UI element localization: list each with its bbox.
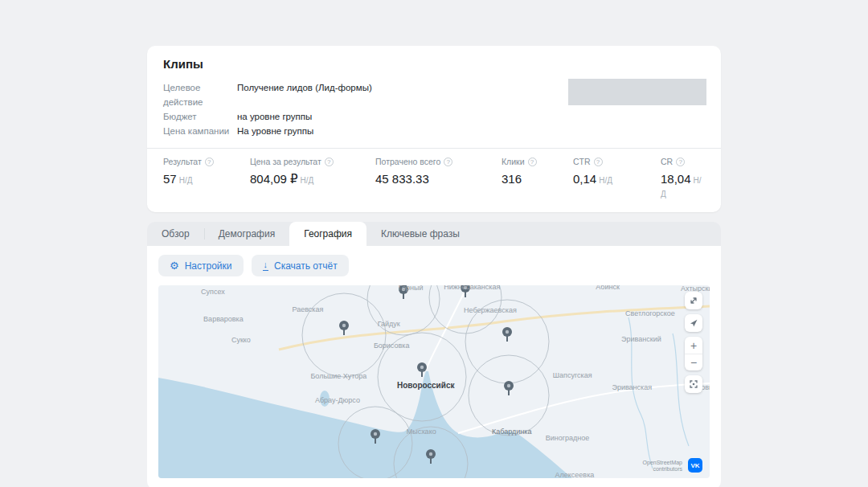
stat-label-text: CR [661,157,673,166]
map-pin[interactable] [502,327,512,342]
fullscreen-button[interactable] [685,292,702,309]
stat-value-text: 18,04 [661,172,691,186]
detail-label: Бюджет [163,109,237,124]
tab-geography[interactable]: География [289,222,366,246]
detail-row-campaign-price: Цена кампании На уровне группы [163,124,705,138]
stat-value-text: 316 [502,172,522,186]
map-pin[interactable] [417,362,427,377]
center-map-button[interactable] [685,375,702,393]
settings-button-label: Настройки [185,260,232,272]
info-icon[interactable]: ? [594,158,603,166]
campaign-summary-card: Клипы Целевое действие Получение лидов (… [147,46,721,212]
locate-button[interactable] [685,314,702,332]
stat-label-text: Результат [163,157,202,166]
info-icon[interactable]: ? [325,158,334,166]
info-icon[interactable]: ? [444,158,452,166]
map-pin[interactable] [339,321,349,335]
map-pin[interactable] [461,285,470,297]
map-attribution[interactable]: OpenStreetMap contributors [643,460,682,473]
stats-divider [147,148,721,149]
crosshair-icon [689,379,698,389]
detail-value: Получение лидов (Лид-формы) [237,80,372,109]
stat-label-text: Клики [502,157,525,166]
stat-result: Результат? 57Н/Д [163,157,250,199]
stat-value-text: 57 [163,172,177,186]
content-column: Клипы Целевое действие Получение лидов (… [147,46,721,487]
toolbar: ⚙ Настройки ↓ Скачать отчёт [158,255,710,276]
stat-suffix: Н/Д [599,176,612,185]
stat-label-text: Потрачено всего [375,157,440,166]
zoom-in-button[interactable]: + [685,337,702,354]
zoom-controls: + − [685,337,702,370]
vk-logo[interactable]: VK [688,458,702,473]
stats-row: Результат? 57Н/Д Цена за результат? 804,… [163,157,705,199]
tab-overview[interactable]: Обзор [147,222,204,246]
detail-value: на уровне группы [237,109,312,124]
detail-row-budget: Бюджет на уровне группы [163,109,705,124]
info-icon[interactable]: ? [676,158,685,166]
zoom-out-button[interactable]: − [685,354,702,370]
stat-cr: CR? 18,04Н/Д [661,157,705,199]
location-arrow-icon [689,318,698,328]
tab-demography[interactable]: Демография [204,222,290,246]
map-controls: + − [685,292,702,393]
stat-label-text: Цена за результат [250,157,321,166]
map-overlay-svg [158,285,710,478]
map[interactable]: СупсехВарваровкаСуккоРаевскаяГайдукБорис… [158,285,710,478]
redacted-block [568,79,706,105]
stat-ctr: CTR? 0,14Н/Д [573,157,661,199]
tab-bar: Обзор Демография География Ключевые фраз… [147,222,721,246]
stat-clicks: Клики? 316 [502,157,573,199]
stat-value-text: 0,14 [573,172,596,186]
gear-icon: ⚙ [170,260,179,271]
tab-key-phrases[interactable]: Ключевые фразы [366,222,474,246]
info-icon[interactable]: ? [205,158,214,166]
map-pin[interactable] [426,449,436,464]
detail-label: Цена кампании [163,124,237,138]
stat-suffix: Н/Д [179,176,193,185]
expand-icon [689,296,698,305]
stat-suffix: Н/Д [301,176,314,185]
stat-cost-per-result: Цена за результат? 804,09 ₽Н/Д [250,157,375,199]
info-icon[interactable]: ? [528,158,537,166]
stat-value-text: 45 833.33 [375,172,429,186]
stat-value-text: 804,09 ₽ [250,172,298,186]
settings-button[interactable]: ⚙ Настройки [158,255,244,276]
stat-label-text: CTR [573,157,591,166]
page-title: Клипы [163,57,705,71]
map-pin[interactable] [371,429,380,444]
map-pin[interactable] [504,381,514,395]
detail-value: На уровне группы [237,124,313,138]
download-report-button[interactable]: ↓ Скачать отчёт [252,255,349,276]
stat-total-spent: Потрачено всего? 45 833.33 [375,157,502,199]
page-background: Клипы Целевое действие Получение лидов (… [0,0,868,487]
download-icon: ↓ [263,260,269,271]
map-pin[interactable] [399,285,408,299]
download-button-label: Скачать отчёт [274,260,338,272]
detail-label: Целевое действие [163,80,237,109]
content-panel: ⚙ Настройки ↓ Скачать отчёт [147,246,721,487]
